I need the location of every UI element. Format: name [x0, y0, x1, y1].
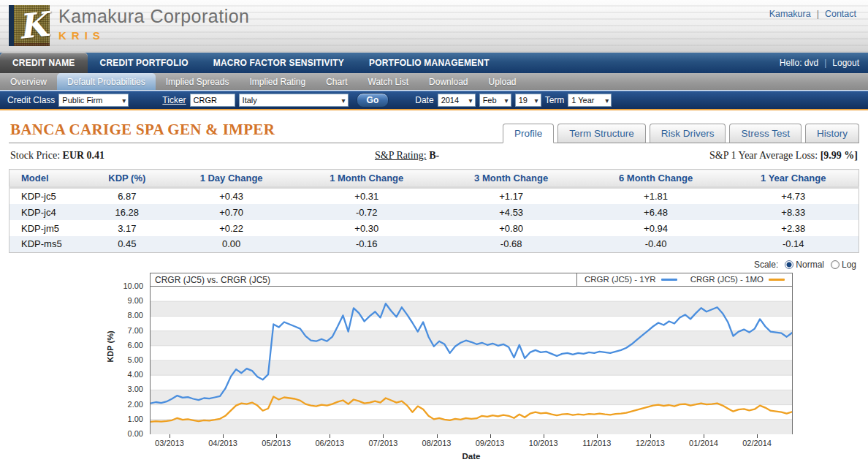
- column-header-1-year-change: 1 Year Change: [728, 170, 859, 188]
- subnav-item-default-probabilities[interactable]: Default Probabilities: [57, 73, 156, 90]
- ticker-link[interactable]: Ticker: [162, 95, 186, 105]
- date-year-dropdown[interactable]: 2014: [438, 94, 476, 107]
- date-month-dropdown[interactable]: Feb: [479, 94, 511, 107]
- change-cell: +0.30: [294, 220, 439, 236]
- page-title: BANCA CARIGE SPA GEN & IMPER: [10, 121, 275, 139]
- brand-block: Kamakura Corporation KRIS: [58, 6, 250, 42]
- model-cell: KDP-jm5: [9, 220, 86, 236]
- tab-risk-drivers[interactable]: Risk Drivers: [650, 124, 726, 143]
- model-cell: KDP-jc4: [9, 204, 86, 220]
- legend-item-crgr-jc5-1yr: CRGR (JC5) - 1YR: [585, 275, 677, 284]
- profile-tabs: ProfileTerm StructureRisk DriversStress …: [499, 124, 859, 143]
- change-cell: +4.73: [728, 188, 859, 205]
- change-cell: -0.40: [584, 236, 728, 252]
- mainnav-item-credit-portfolio[interactable]: CREDIT PORTFOLIO: [88, 53, 201, 73]
- x-tick-label: 03/2013: [148, 439, 191, 447]
- scale-radio-normal[interactable]: [785, 260, 793, 269]
- model-cell: KDP-ms5: [9, 236, 86, 252]
- legend-swatch: [769, 279, 785, 281]
- tab-profile[interactable]: Profile: [503, 124, 554, 143]
- greeting-text: Hello: dvd: [780, 58, 818, 68]
- y-tick-label: 6.00: [117, 341, 143, 349]
- x-tick-label: 01/2014: [682, 439, 726, 447]
- logo-letter: K: [16, 4, 50, 48]
- scale-option-label: Log: [842, 260, 856, 270]
- change-cell: -0.68: [439, 236, 584, 252]
- change-cell: +4.53: [439, 204, 584, 220]
- sp-rating: S&P Rating: B-: [375, 150, 439, 162]
- change-cell: +0.31: [294, 188, 439, 205]
- kdp-value-cell: 3.17: [85, 220, 168, 236]
- x-axis-ticks: 03/201304/201305/201306/201307/201308/20…: [150, 434, 793, 452]
- session-separator: |: [824, 58, 826, 68]
- y-tick-label: 4.00: [117, 370, 143, 379]
- y-axis-title: KDP (%): [106, 330, 115, 362]
- term-label: Term: [545, 95, 565, 105]
- subnav-item-overview[interactable]: Overview: [0, 73, 57, 90]
- y-tick-label: 9.00: [117, 296, 143, 305]
- mainnav-item-macro-factor-sensitivity[interactable]: MACRO FACTOR SENSITIVITY: [201, 53, 357, 73]
- date-day-dropdown[interactable]: 19: [515, 94, 541, 107]
- change-cell: +0.80: [439, 220, 584, 236]
- x-tick-mark: [223, 434, 224, 438]
- mainnav-item-portfolio-management[interactable]: PORTFOLIO MANAGEMENT: [357, 53, 502, 73]
- link-kamakura[interactable]: Kamakura: [769, 9, 811, 19]
- x-tick-mark: [330, 434, 330, 438]
- x-tick-mark: [490, 434, 491, 438]
- term-dropdown[interactable]: 1 Year: [568, 94, 612, 107]
- change-cell: +0.43: [168, 188, 294, 205]
- mainnav-item-credit-name[interactable]: CREDIT NAME: [0, 53, 88, 73]
- column-header-1-day-change: 1 Day Change: [168, 170, 294, 188]
- ticker-input[interactable]: [190, 94, 235, 107]
- go-button[interactable]: Go: [357, 93, 389, 107]
- header-links: Kamakura|Contact: [769, 9, 856, 19]
- subnav-item-download[interactable]: Download: [419, 73, 478, 90]
- change-cell: -0.16: [294, 236, 439, 252]
- tab-term-structure[interactable]: Term Structure: [557, 124, 646, 143]
- x-tick-mark: [650, 434, 651, 438]
- company-name: Kamakura Corporation: [58, 6, 250, 27]
- x-tick-label: 12/2013: [628, 439, 672, 447]
- x-tick-mark: [276, 434, 277, 438]
- y-tick-label: 5.00: [117, 355, 143, 364]
- country-dropdown[interactable]: Italy: [239, 94, 349, 107]
- x-tick-label: 02/2014: [735, 439, 779, 447]
- stock-price-label: Stock Price:: [10, 150, 60, 161]
- sub-navigation: OverviewDefault ProbabilitiesImplied Spr…: [0, 73, 868, 91]
- y-tick-label: 2.00: [117, 400, 143, 409]
- product-name: KRIS: [58, 29, 250, 42]
- subnav-item-watch-list[interactable]: Watch List: [358, 73, 419, 90]
- subnav-item-implied-rating[interactable]: Implied Rating: [239, 73, 316, 90]
- y-tick-label: 0.00: [117, 429, 143, 438]
- scale-radio-log[interactable]: [831, 260, 840, 269]
- link-contact[interactable]: Contact: [825, 9, 856, 19]
- scale-option-label: Normal: [796, 260, 824, 270]
- sp-rating-label: S&P Rating:: [375, 150, 427, 161]
- subnav-item-implied-spreads[interactable]: Implied Spreads: [156, 73, 240, 90]
- table-row: KDP-jm53.17+0.22+0.30+0.80+0.94+2.38: [9, 220, 859, 236]
- legend-swatch: [661, 279, 677, 281]
- subnav-item-upload[interactable]: Upload: [478, 73, 526, 90]
- column-header-6-month-change: 6 Month Change: [584, 170, 728, 188]
- subnav-item-chart[interactable]: Chart: [316, 73, 357, 90]
- scale-label: Scale:: [754, 260, 778, 270]
- logout-link[interactable]: Logout: [832, 58, 859, 68]
- x-tick-label: 05/2013: [254, 439, 298, 447]
- x-tick-label: 07/2013: [361, 439, 405, 447]
- kdp-table-header: ModelKDP (%)1 Day Change1 Month Change3 …: [9, 170, 859, 188]
- change-cell: -0.14: [728, 236, 859, 252]
- x-axis-title: Date: [150, 452, 793, 461]
- change-cell: +2.38: [728, 220, 859, 236]
- stock-price: Stock Price: EUR 0.41: [10, 150, 104, 162]
- credit-class-dropdown[interactable]: Public Firm: [58, 94, 129, 107]
- credit-class-label: Credit Class: [7, 95, 55, 105]
- y-tick-label: 8.00: [117, 311, 143, 320]
- date-label: Date: [415, 95, 433, 105]
- x-tick-mark: [170, 434, 170, 438]
- kdp-value-cell: 6.87: [85, 188, 168, 205]
- x-tick-label: 08/2013: [415, 439, 459, 447]
- tab-history[interactable]: History: [805, 124, 859, 143]
- tab-stress-test[interactable]: Stress Test: [729, 124, 802, 143]
- summary-row: Stock Price: EUR 0.41 S&P Rating: B- S&P…: [10, 150, 858, 162]
- sp-loss-label: S&P 1 Year Average Loss:: [709, 150, 818, 161]
